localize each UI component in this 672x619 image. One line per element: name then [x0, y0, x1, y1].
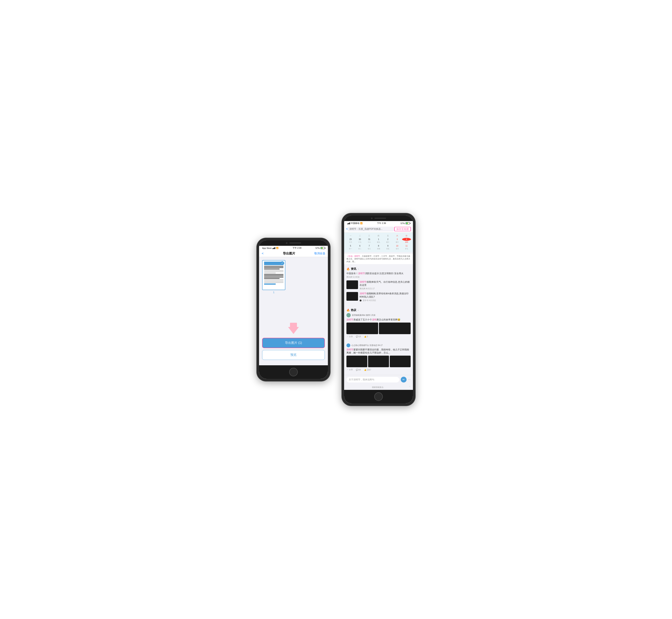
divider2	[344, 305, 413, 307]
speaker-left	[289, 243, 301, 244]
hot-more: ›	[358, 309, 359, 312]
divider1	[344, 264, 413, 266]
time-right: 下午 2:36	[377, 222, 386, 225]
dots-menu[interactable]: ···	[409, 385, 410, 387]
status-right-left: 57% ⚡	[315, 247, 325, 249]
hot-thumbs-1	[347, 323, 410, 334]
news-thumb-2	[347, 280, 358, 289]
hot-highlight-2: 清明节	[347, 348, 353, 351]
signal-left	[273, 247, 275, 249]
hot-title-label: 热议	[351, 308, 356, 312]
home-button-left[interactable]	[289, 368, 298, 376]
news-section: 🔥 资讯 › 中国发布！清明节消防安全提示:注意文明祭扫 安全用火 腾讯网 5小…	[344, 266, 413, 305]
url-bar[interactable]: 清明节 - 百度_迅捷PDF转换器...	[348, 227, 394, 231]
screen-right: 中国移动 📶 下午 2:36 57% ⚡ < 清明节 - 百度_迅捷PDF转换器…	[344, 221, 413, 390]
search-label: 搜索智能复合	[372, 386, 384, 388]
divider3	[347, 340, 410, 342]
wifi-right: 📶	[360, 222, 363, 224]
cal-3: 3 初十	[393, 238, 401, 244]
share-action-1[interactable]: ↗ 分享	[347, 335, 353, 338]
hot-content-2: 清明节婆婆问我要不要回去扫墓，我很奇怪，他儿子正和我闹离婚，她一向都是站在儿子那…	[347, 348, 410, 355]
export-screen: ✓	[259, 257, 328, 365]
comment-more-button[interactable]: ···	[408, 378, 410, 381]
phone-right: 中国移动 📶 下午 2:36 57% ⚡ < 清明节 - 百度_迅捷PDF转换器…	[342, 213, 415, 406]
wifi-left: 📶	[276, 247, 278, 249]
highlight-3: 清明节	[360, 292, 367, 295]
news-item-1[interactable]: 中国发布！清明节消防安全提示:注意文明祭扫 安全用火 腾讯网 5小时前	[347, 272, 410, 278]
hot-author-name-1: 直理催眠素Alter 微博 1天前	[352, 314, 375, 317]
news-header: 🔥 资讯 ›	[347, 267, 410, 271]
qingming-desc: （互动）清明节，又称踏青节，行清节，三月节，祭祖节，节期在仲春与暮春之交。清明节…	[344, 254, 413, 264]
carrier-left: App Store	[262, 247, 272, 249]
cal-31: 31 十八	[365, 238, 374, 244]
news-item-2[interactable]: 清明节假期来啦!天气、出行各种信息,您关心的都在这里 腾讯网 昨天21:17	[347, 280, 410, 290]
like-action-2[interactable]: 👍 2267	[364, 368, 371, 371]
export-button[interactable]: 导出图片 (1)	[262, 338, 325, 348]
time-left: 下午 2:34	[293, 247, 301, 250]
highlight-2: 清明节	[360, 281, 367, 283]
qingming-highlight: （互动）清明节	[347, 255, 360, 257]
save-album-button[interactable]: 保存至相册	[394, 227, 410, 231]
hot-actions-1: ↗ 分享 💬 18 👍 3	[347, 335, 410, 338]
comment-input[interactable]: 关于清明节，我来说两句	[347, 377, 399, 383]
cal-6: 6 廿二	[355, 245, 364, 250]
arrow-down-group	[288, 323, 299, 334]
highlight-1: 清明节	[358, 272, 365, 275]
comment-action-2[interactable]: 💬 84	[356, 368, 361, 371]
bar1	[273, 248, 273, 249]
hot-content-1: 清明节亲戚送了五六十个清明果怎么吃效率更高啊😅	[347, 318, 410, 322]
news-source-1: 腾讯网 5小时前	[347, 276, 410, 278]
hot-highlight-1: 清明节	[347, 318, 353, 321]
cal-30: 30 十七	[355, 238, 364, 244]
like-action-1[interactable]: 👍 3	[364, 335, 368, 338]
day-thu: 四	[374, 234, 383, 237]
export-buttons: 导出图片 (1) 预览	[259, 338, 328, 363]
charging-icon-left: ⚡	[322, 247, 323, 249]
back-button-left[interactable]: <	[262, 252, 264, 255]
phone-left: App Store 📶 下午 2:34 57% ⚡	[257, 238, 330, 381]
hot-author-name-2: 心之助心理情感平台 百度动态 04-17	[352, 344, 383, 347]
cal-10: 10 廿六	[393, 245, 401, 250]
calendar-row1: 29 十六 30 十七 31 十八 1 初九	[346, 238, 411, 244]
search-bar-bottom: 搜索智能复合 ···	[344, 384, 413, 390]
hot-actions-2: ↗ 分享 💬 84 👍 2267	[347, 368, 410, 371]
cal-2: 2 初十	[383, 238, 392, 244]
comment-action-1[interactable]: 💬 18	[356, 335, 361, 338]
share-action-2[interactable]: ↗ 分享	[347, 368, 353, 371]
day-fri: 五	[383, 234, 392, 237]
news-source-2: 腾讯网 昨天21:17	[360, 287, 410, 290]
bar2	[273, 248, 274, 249]
bar3	[274, 248, 275, 249]
hot-thumb-2b	[368, 356, 389, 367]
cancel-all-button[interactable]: 取消全选	[314, 252, 325, 255]
browser-back-button[interactable]: <	[346, 227, 348, 231]
source-icon-3	[360, 299, 362, 301]
status-right-right: 57% ⚡	[400, 222, 410, 224]
day-tue: 二	[355, 234, 364, 237]
hot-section: 🔥 热议 › 直理催眠素Alter 微博 1天前 清明节亲戚送了五六十个清明果怎…	[344, 307, 413, 375]
hot-author-1: 直理催眠素Alter 微博 1天前	[347, 313, 410, 317]
phone-top-bar-right	[344, 216, 413, 221]
hot-thumb-1b	[379, 323, 410, 334]
thumbnail-1[interactable]: ✓	[262, 260, 285, 290]
preview-button[interactable]: 预览	[262, 350, 325, 360]
news-item-3[interactable]: 清明节假期刚刚,世界却传来4条坏消息,美德法印时时陷入混乱? 慧学书 4月15日	[347, 292, 410, 302]
hot-item-2: 心之助心理情感平台 百度动态 04-17 清明节婆婆问我要不要回去扫墓，我很奇怪…	[347, 343, 410, 371]
news-text-3: 清明节假期刚刚,世界却传来4条坏消息,美德法印时时陷入混乱? 慧学书 4月15日	[360, 292, 410, 302]
comment-edit-button[interactable]: ✏	[401, 377, 406, 383]
cal-7: 7 廿三	[365, 245, 374, 250]
hot-item-1: 直理催眠素Alter 微博 1天前 清明节亲戚送了五六十个清明果怎么吃效率更高啊…	[347, 313, 410, 338]
news-title-2: 清明节假期来啦!天气、出行各种信息,您关心的都在这里	[360, 280, 410, 287]
rbar2	[348, 223, 349, 224]
carrier-right: 中国移动	[351, 222, 359, 225]
news-source-3: 慧学书 4月15日	[360, 299, 410, 302]
day-sat: 六	[393, 234, 401, 237]
hot-avatar-1	[347, 313, 351, 317]
status-left: App Store 📶	[262, 247, 278, 249]
nav-title-left: 导出图片	[283, 252, 295, 256]
thumbnail-number: 1	[262, 291, 285, 294]
day-wed: 三	[365, 234, 374, 237]
hot-author-2: 心之助心理情感平台 百度动态 04-17	[347, 343, 410, 347]
battery-left: ⚡	[320, 247, 325, 249]
home-button-right[interactable]	[374, 392, 383, 401]
